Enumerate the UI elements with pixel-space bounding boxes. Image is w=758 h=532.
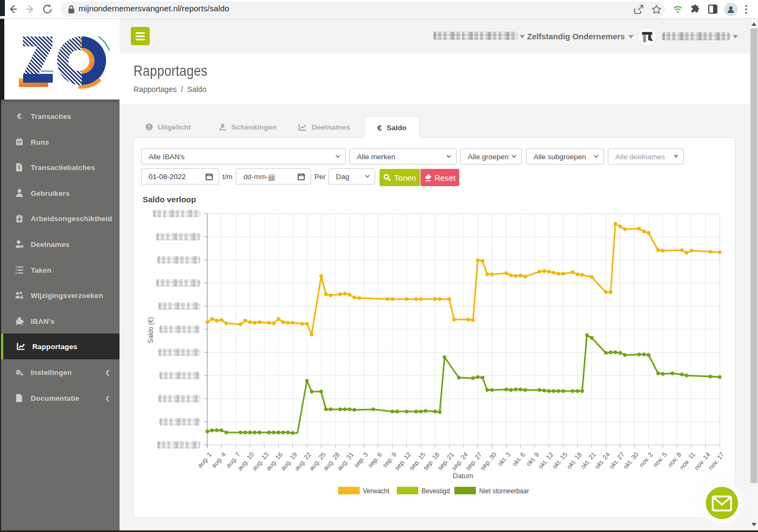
svg-text:€: €: [17, 112, 22, 120]
